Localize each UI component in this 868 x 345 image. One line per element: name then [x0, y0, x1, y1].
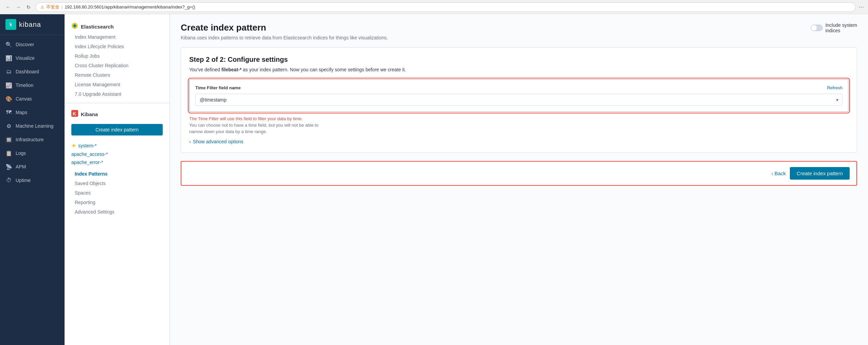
- page-title: Create index pattern: [181, 22, 388, 33]
- time-filter-label: Time Filter field name: [195, 85, 241, 90]
- sidebar-item-infrastructure[interactable]: 🔲 Infrastructure: [0, 133, 65, 146]
- security-warning-icon: ⚠: [40, 5, 44, 10]
- show-advanced-options[interactable]: › Show advanced options: [189, 139, 849, 144]
- time-filter-header: Time Filter field name Refresh: [195, 85, 843, 90]
- maps-icon: 🗺: [5, 109, 12, 116]
- create-index-pattern-sidebar-btn[interactable]: Create index pattern: [71, 124, 163, 135]
- infrastructure-icon: 🔲: [5, 136, 12, 143]
- index-item-apache-error[interactable]: apache_error-*: [71, 158, 163, 166]
- hint-text-secondary-1: You can choose not to have a time field,…: [189, 123, 849, 128]
- sidebar-item-discover[interactable]: 🔍 Discover: [0, 38, 65, 51]
- index-item-apache-access[interactable]: apache_access-*: [71, 150, 163, 158]
- sidebar-label-machine-learning: Machine Learning: [16, 123, 53, 129]
- machine-learning-icon: ⚙: [5, 123, 12, 129]
- visualize-icon: 📊: [5, 55, 12, 61]
- sidebar-label-visualize: Visualize: [16, 55, 35, 61]
- sidebar-item-apm[interactable]: 📡 APM: [0, 160, 65, 174]
- logs-icon: 📋: [5, 150, 12, 157]
- nav-license[interactable]: License Management: [65, 80, 170, 89]
- nav-index-lifecycle[interactable]: Index Lifecycle Policies: [65, 42, 170, 51]
- nav-advanced-settings[interactable]: Advanced Settings: [65, 207, 170, 217]
- sidebar-label-apm: APM: [16, 164, 26, 169]
- sidebar-label-canvas: Canvas: [16, 96, 32, 102]
- kibana-logo: k: [5, 19, 16, 30]
- nav-saved-objects[interactable]: Saved Objects: [65, 179, 170, 188]
- sidebar-item-visualize[interactable]: 📊 Visualize: [0, 51, 65, 65]
- back-button[interactable]: ‹ Back: [772, 170, 786, 176]
- browser-controls[interactable]: ← → ↻: [4, 3, 33, 11]
- nav-index-management[interactable]: Index Management: [65, 32, 170, 42]
- sidebar-item-dashboard[interactable]: 🗂 Dashboard: [0, 65, 65, 78]
- sidebar-nav: 🔍 Discover 📊 Visualize 🗂 Dashboard 📈 Tim…: [0, 35, 65, 190]
- discover-icon: 🔍: [5, 41, 12, 48]
- elasticsearch-icon: [71, 22, 78, 31]
- step-title: Step 2 of 2: Configure settings: [189, 56, 849, 63]
- nav-reporting[interactable]: Reporting: [65, 198, 170, 207]
- page-header: Create index pattern Kibana uses index p…: [181, 22, 857, 40]
- star-icon: ★: [71, 142, 76, 149]
- sidebar-item-logs[interactable]: 📋 Logs: [0, 146, 65, 160]
- menu-icon[interactable]: ⋯: [858, 4, 864, 10]
- select-wrapper: @timestamp I don't want to use the Time …: [195, 94, 843, 106]
- dashboard-icon: 🗂: [5, 68, 12, 75]
- apm-icon: 📡: [5, 163, 12, 170]
- index-item-system[interactable]: ★ system-*: [71, 141, 163, 150]
- sidebar-item-timelion[interactable]: 📈 Timelion: [0, 78, 65, 92]
- nav-cross-cluster[interactable]: Cross Cluster Replication: [65, 61, 170, 70]
- back-label: Back: [775, 170, 786, 176]
- kibana-section-icon: K: [71, 110, 78, 119]
- content-area: Create index pattern Kibana uses index p…: [170, 14, 868, 345]
- kibana-section-header: K Kibana: [65, 107, 170, 120]
- sidebar-item-machine-learning[interactable]: ⚙ Machine Learning: [0, 119, 65, 133]
- address-bar[interactable]: ⚠ 不安全 | 192.168.80.20:5601/app/kibana#/m…: [35, 2, 856, 12]
- app-name: kibana: [19, 21, 41, 29]
- index-list: ★ system-* apache_access-* apache_error-…: [65, 138, 170, 169]
- sidebar-label-logs: Logs: [16, 150, 26, 156]
- nav-remote-clusters[interactable]: Remote Clusters: [65, 70, 170, 80]
- page-header-left: Create index pattern Kibana uses index p…: [181, 22, 388, 40]
- browser-bar: ← → ↻ ⚠ 不安全 | 192.168.80.20:5601/app/kib…: [0, 0, 868, 14]
- toggle-knob: [811, 25, 817, 31]
- url-text: 192.168.80.20:5601/app/kibana#/managemen…: [65, 4, 195, 10]
- sidebar-label-dashboard: Dashboard: [16, 69, 39, 74]
- nav-index-patterns[interactable]: Index Patterns: [65, 169, 170, 179]
- nav-rollup-jobs[interactable]: Rollup Jobs: [65, 51, 170, 61]
- nav-spaces[interactable]: Spaces: [65, 188, 170, 198]
- canvas-icon: 🎨: [5, 95, 12, 102]
- sidebar-item-maps[interactable]: 🗺 Maps: [0, 106, 65, 119]
- include-system-label: Include system indices: [826, 22, 857, 33]
- timelion-icon: 📈: [5, 82, 12, 89]
- sidebar-item-canvas[interactable]: 🎨 Canvas: [0, 92, 65, 106]
- bottom-actions: ‹ Back Create index pattern: [181, 161, 857, 186]
- refresh-link[interactable]: Refresh: [827, 85, 843, 90]
- step-desc-pattern: filebeat-*: [222, 67, 242, 72]
- step-desc: You've defined filebeat-* as your index …: [189, 67, 849, 72]
- nav-upgrade[interactable]: 7.0 Upgrade Assistant: [65, 89, 170, 99]
- show-advanced-label: Show advanced options: [193, 139, 244, 144]
- index-item-apache-error-label: apache_error-*: [71, 160, 103, 165]
- time-filter-select[interactable]: @timestamp I don't want to use the Time …: [195, 94, 843, 106]
- sidebar-label-timelion: Timelion: [16, 83, 33, 88]
- sidebar-label-maps: Maps: [16, 110, 27, 115]
- refresh-button[interactable]: ↻: [24, 3, 33, 11]
- security-label: 不安全: [46, 4, 59, 10]
- uptime-icon: ⏱: [5, 177, 12, 184]
- elasticsearch-section-title: Elasticsearch: [81, 24, 114, 30]
- back-button[interactable]: ←: [4, 3, 12, 11]
- svg-text:K: K: [73, 111, 76, 116]
- sidebar: k kibana 🔍 Discover 📊 Visualize 🗂 Dashbo…: [0, 14, 65, 345]
- sidebar-logo: k kibana: [0, 14, 65, 35]
- app-container: k kibana 🔍 Discover 📊 Visualize 🗂 Dashbo…: [0, 14, 868, 345]
- kibana-section-title: Kibana: [81, 111, 98, 117]
- left-panel: Elasticsearch Index Management Index Lif…: [65, 14, 170, 345]
- forward-button[interactable]: →: [14, 3, 22, 11]
- create-index-pattern-btn[interactable]: Create index pattern: [790, 167, 850, 180]
- svg-point-2: [74, 25, 75, 26]
- index-item-apache-access-label: apache_access-*: [71, 151, 108, 157]
- include-system-toggle[interactable]: ✕: [811, 24, 823, 31]
- create-btn-container: Create index pattern: [65, 120, 170, 138]
- chevron-right-icon: ›: [189, 139, 191, 144]
- sidebar-label-uptime: Uptime: [16, 178, 31, 183]
- index-item-system-label: system-*: [78, 143, 96, 148]
- sidebar-item-uptime[interactable]: ⏱ Uptime: [0, 174, 65, 187]
